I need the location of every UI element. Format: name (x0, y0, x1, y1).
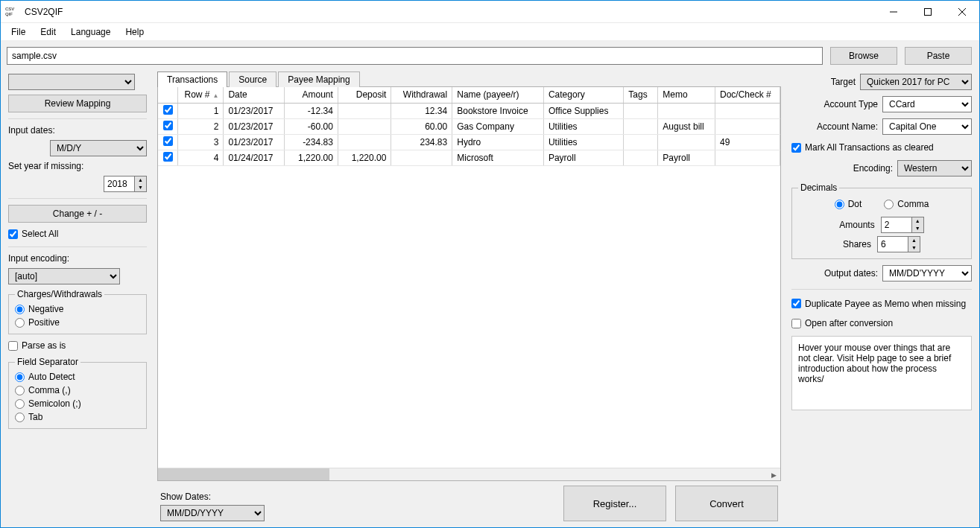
decimals-comma-radio[interactable]: Comma (884, 197, 929, 211)
input-dates-label: Input dates: (8, 125, 147, 136)
spin-down-icon[interactable]: ▼ (135, 184, 146, 191)
scroll-thumb[interactable] (158, 468, 329, 481)
file-path-input[interactable]: sample.csv (7, 47, 823, 65)
maximize-button[interactable] (911, 1, 945, 23)
amounts-spinner[interactable]: ▲▼ (881, 217, 924, 233)
spin-down-icon[interactable]: ▼ (912, 225, 923, 232)
row-check[interactable] (158, 134, 178, 150)
output-dates-select[interactable]: MM/DD'YYYY (882, 265, 972, 282)
col-name[interactable]: Name (payee/r) (452, 87, 544, 103)
account-type-label: Account Type (791, 99, 878, 109)
sep-tab-radio[interactable]: Tab (15, 410, 140, 424)
row-check[interactable] (158, 150, 178, 165)
table-row[interactable]: 401/24/20171,220.001,220.00MicrosoftPayr… (158, 150, 780, 165)
cell-doc (715, 118, 780, 134)
transactions-page: Row #▲ Date Amount Deposit Withdrawal Na… (157, 86, 781, 481)
tab-source[interactable]: Source (229, 71, 276, 87)
paste-button[interactable]: Paste (905, 47, 972, 65)
cell-name: Bookstore Invoice (452, 103, 544, 118)
cell-withdrawal (391, 150, 452, 165)
transactions-grid-wrap[interactable]: Row #▲ Date Amount Deposit Withdrawal Na… (158, 87, 780, 468)
cell-withdrawal: 12.34 (391, 103, 452, 118)
decimals-legend: Decimals (798, 182, 839, 193)
col-date[interactable]: Date (224, 87, 285, 103)
shares-input[interactable] (878, 237, 908, 252)
input-encoding-select[interactable]: [auto] (8, 268, 120, 284)
app-title: CSV2QIF (25, 7, 63, 17)
review-mapping-button[interactable]: Review Mapping (8, 95, 147, 112)
field-sep-legend: Field Separator (15, 357, 80, 367)
cell-category: Office Supplies (543, 103, 623, 118)
col-withdrawal[interactable]: Withdrawal (391, 87, 452, 103)
change-sign-button[interactable]: Change + / - (8, 205, 147, 223)
convert-button[interactable]: Convert (675, 486, 778, 521)
cell-name: Hydro (452, 134, 544, 150)
parse-as-is-checkbox[interactable]: Parse as is (8, 339, 147, 352)
cell-date: 01/23/2017 (224, 134, 285, 150)
app-window: CSV QIF CSV2QIF File Edit Language Help … (0, 0, 980, 528)
spin-up-icon[interactable]: ▲ (135, 176, 146, 184)
charges-negative-radio[interactable]: Negative (15, 302, 140, 316)
cell-memo: August bill (658, 118, 715, 134)
charges-positive-radio[interactable]: Positive (15, 316, 140, 329)
target-select[interactable]: Quicken 2017 for PC (860, 74, 972, 90)
scroll-right-icon[interactable]: ▶ (768, 468, 780, 481)
right-panel: Target Quicken 2017 for PC Account Type … (785, 71, 979, 527)
grid-horizontal-scrollbar[interactable]: ◀ ▶ (158, 468, 780, 480)
maximize-icon (924, 8, 932, 16)
col-tags[interactable]: Tags (624, 87, 658, 103)
tab-transactions[interactable]: Transactions (157, 71, 227, 87)
row-check[interactable] (158, 118, 178, 134)
sep-auto-radio[interactable]: Auto Detect (15, 370, 140, 384)
cell-row: 2 (178, 118, 224, 134)
cell-row: 3 (178, 134, 224, 150)
account-type-select[interactable]: CCard (882, 96, 972, 112)
account-name-select[interactable]: Capital One (882, 118, 972, 135)
sep-semi-radio[interactable]: Semicolon (;) (15, 397, 140, 410)
spin-up-icon[interactable]: ▲ (912, 217, 923, 225)
sep-comma-radio[interactable]: Comma (,) (15, 384, 140, 397)
menu-file[interactable]: File (4, 25, 33, 39)
left-top-select[interactable] (8, 74, 135, 90)
menu-help[interactable]: Help (118, 25, 151, 39)
center-panel: Transactions Source Payee Mapping Row #▲… (153, 71, 785, 527)
open-after-checkbox[interactable]: Open after conversion (791, 317, 972, 330)
cell-date: 01/24/2017 (224, 150, 285, 165)
col-row[interactable]: Row #▲ (178, 87, 224, 103)
tab-payee-mapping[interactable]: Payee Mapping (278, 71, 359, 87)
col-category[interactable]: Category (543, 87, 623, 103)
output-dates-label: Output dates: (791, 268, 878, 279)
col-deposit[interactable]: Deposit (338, 87, 391, 103)
show-dates-select[interactable]: MM/DD/YYYY (160, 505, 265, 521)
cell-doc (715, 103, 780, 118)
duplicate-payee-checkbox[interactable]: Duplicate Payee as Memo when missing (791, 297, 972, 311)
menu-language[interactable]: Language (63, 25, 118, 39)
shares-spinner[interactable]: ▲▼ (877, 236, 920, 252)
shares-label: Shares (843, 239, 871, 249)
input-dates-select[interactable]: M/D/Y (50, 140, 147, 156)
menu-edit[interactable]: Edit (33, 25, 63, 39)
encoding-select[interactable]: Western (897, 160, 972, 176)
spin-down-icon[interactable]: ▼ (908, 244, 920, 252)
set-year-input[interactable] (104, 176, 134, 191)
col-doc[interactable]: Doc/Check # (715, 87, 780, 103)
register-button[interactable]: Register... (563, 486, 666, 521)
table-row[interactable]: 301/23/2017-234.83234.83HydroUtilities49 (158, 134, 780, 150)
minimize-button[interactable] (876, 1, 911, 23)
close-button[interactable] (945, 1, 979, 23)
amounts-input[interactable] (882, 217, 911, 232)
decimals-dot-radio[interactable]: Dot (835, 197, 862, 211)
spin-up-icon[interactable]: ▲ (908, 237, 920, 244)
set-year-spinner[interactable]: ▲▼ (104, 176, 147, 192)
browse-button[interactable]: Browse (830, 47, 897, 65)
col-memo[interactable]: Memo (658, 87, 715, 103)
mark-cleared-checkbox[interactable]: Mark All Transactions as cleared (791, 141, 972, 154)
col-check[interactable] (158, 87, 178, 103)
table-row[interactable]: 201/23/2017-60.0060.00Gas CompanyUtiliti… (158, 118, 780, 134)
row-check[interactable] (158, 103, 178, 118)
cell-deposit (338, 118, 391, 134)
encoding-label: Encoding: (791, 163, 893, 174)
select-all-checkbox[interactable]: Select All (8, 227, 147, 241)
table-row[interactable]: 101/23/2017-12.3412.34Bookstore InvoiceO… (158, 103, 780, 118)
col-amount[interactable]: Amount (285, 87, 338, 103)
